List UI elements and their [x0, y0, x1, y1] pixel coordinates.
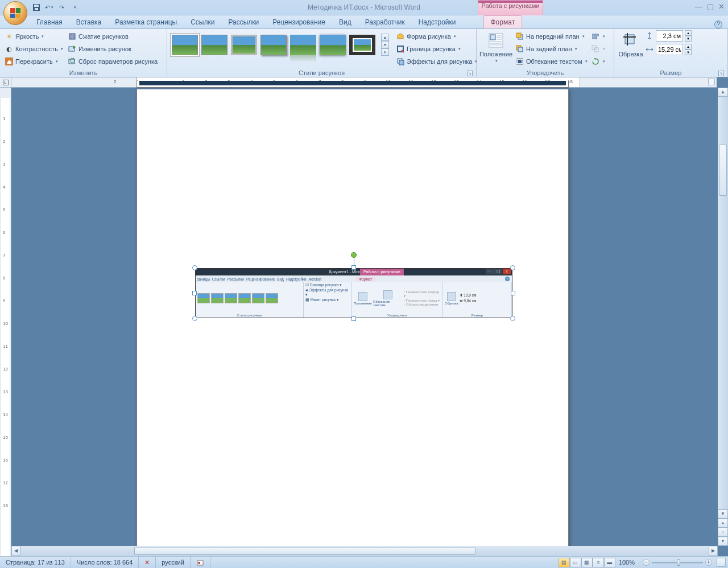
page-number-status[interactable]: Страница: 17 из 113: [0, 557, 71, 568]
scroll-thumb[interactable]: [719, 145, 727, 196]
height-input[interactable]: [656, 30, 683, 42]
macro-status[interactable]: [191, 557, 210, 568]
reset-picture-button[interactable]: Сброс параметров рисунка: [65, 55, 160, 68]
selected-picture[interactable]: Документ1 - Microsoft Word Работа с рису…: [195, 268, 512, 318]
send-to-back-button[interactable]: На задний план▾: [513, 43, 590, 55]
width-input[interactable]: [656, 44, 683, 55]
tab-selector[interactable]: L: [0, 77, 11, 88]
redo-icon[interactable]: ↷: [56, 2, 67, 13]
resize-handle-e[interactable]: [511, 291, 515, 295]
style-thumb[interactable]: [290, 35, 316, 55]
close-icon[interactable]: ✕: [718, 2, 725, 11]
tab-addins[interactable]: Надстройки: [412, 16, 463, 28]
web-layout-view-icon[interactable]: ▦: [581, 558, 593, 567]
align-button[interactable]: ▾: [590, 30, 606, 43]
ruler-toggle[interactable]: [708, 79, 715, 85]
picture-border-button[interactable]: Граница рисунка▾: [394, 43, 479, 55]
dialog-launcher-icon[interactable]: ↘: [467, 71, 473, 76]
recolor-button[interactable]: Перекрасить▾: [2, 55, 65, 68]
rotate-handle[interactable]: [351, 252, 357, 258]
group-styles-label: Стили рисунков ↘: [169, 69, 474, 77]
tab-home[interactable]: Главная: [30, 16, 69, 28]
restore-icon[interactable]: ▢: [707, 2, 714, 11]
browse-object-icon[interactable]: ○: [718, 528, 728, 537]
tab-format[interactable]: Формат: [483, 15, 523, 28]
zoom-track[interactable]: [652, 562, 703, 563]
print-layout-view-icon[interactable]: ▤: [559, 558, 570, 567]
style-thumb[interactable]: [172, 35, 198, 55]
style-thumb[interactable]: [320, 35, 346, 55]
gallery-up-icon[interactable]: ▲: [381, 34, 389, 41]
horizontal-scrollbar[interactable]: ◀ ▶: [11, 546, 718, 556]
scroll-right-icon[interactable]: ▶: [709, 546, 718, 556]
minimize-icon[interactable]: —: [695, 2, 702, 11]
style-thumb[interactable]: [201, 35, 228, 55]
send-back-icon: [515, 44, 524, 53]
vertical-ruler[interactable]: 1 2 3 4 5 6 7 8 9 10 11 12 13 14 15 16 1…: [0, 88, 11, 556]
resize-handle-s[interactable]: [351, 316, 356, 321]
vertical-scrollbar[interactable]: ▲ ▼ ▴ ○ ▾: [718, 88, 728, 546]
style-thumb[interactable]: [231, 35, 257, 55]
picture-border-icon: [396, 44, 405, 53]
resize-handle-ne[interactable]: [510, 265, 515, 270]
rotate-button[interactable]: ▾: [590, 55, 606, 68]
width-spinner[interactable]: ▲▼: [685, 44, 692, 55]
language-status[interactable]: русский: [156, 557, 190, 568]
resize-handle-n[interactable]: [351, 265, 356, 270]
picture-effects-button[interactable]: Эффекты для рисунка▾: [394, 55, 479, 68]
zoom-in-icon[interactable]: +: [705, 559, 712, 566]
picture-shape-icon: [396, 32, 405, 41]
compress-pictures-button[interactable]: Сжатие рисунков: [65, 30, 160, 43]
tab-insert[interactable]: Вставка: [69, 16, 109, 28]
height-spinner[interactable]: ▲▼: [685, 30, 692, 42]
undo-icon[interactable]: ↶▾: [44, 2, 54, 13]
bring-to-front-button[interactable]: На передний план▾: [513, 30, 590, 43]
save-icon[interactable]: [31, 2, 42, 13]
document-area: L 2 1 1 2 3 4 5 6 7 8 9 10 11 12 13 14 1…: [0, 77, 728, 556]
resize-handle-se[interactable]: [510, 316, 515, 321]
office-button[interactable]: [3, 1, 27, 25]
change-picture-button[interactable]: Изменить рисунок: [65, 43, 160, 55]
prev-page-icon[interactable]: ▴: [718, 518, 728, 528]
group-adjust-label: Изменить: [2, 69, 164, 77]
help-icon[interactable]: ?: [714, 20, 722, 28]
contrast-button[interactable]: ◐Контрастность▾: [2, 43, 65, 55]
zoom-knob[interactable]: [677, 559, 680, 566]
scroll-thumb-h[interactable]: [134, 547, 475, 555]
tab-review[interactable]: Рецензирование: [266, 16, 332, 28]
gallery-more-icon[interactable]: ▾: [381, 48, 389, 56]
qat-customize-icon[interactable]: ▾: [70, 2, 80, 13]
outline-view-icon[interactable]: ≡: [593, 558, 604, 567]
svg-rect-2: [35, 8, 38, 10]
style-thumb[interactable]: [349, 35, 375, 55]
proofing-status[interactable]: ✕: [139, 557, 156, 568]
gallery-down-icon[interactable]: ▼: [381, 41, 389, 48]
document-page[interactable]: Документ1 - Microsoft Word Работа с рису…: [136, 89, 569, 556]
scroll-left-icon[interactable]: ◀: [11, 546, 20, 556]
group-button[interactable]: ▾: [590, 43, 606, 55]
crop-button[interactable]: Обрезка: [617, 30, 645, 59]
draft-view-icon[interactable]: ▬: [604, 558, 615, 567]
tab-mailings[interactable]: Рассылки: [221, 16, 266, 28]
text-wrapping-button[interactable]: Обтекание текстом▾: [513, 55, 590, 68]
resize-grip-icon[interactable]: [717, 558, 726, 567]
picture-shape-button[interactable]: Форма рисунка▾: [394, 30, 479, 43]
tab-view[interactable]: Вид: [332, 16, 358, 28]
position-button[interactable]: Положение▾: [479, 30, 513, 65]
resize-handle-nw[interactable]: [192, 265, 197, 270]
scroll-down-icon[interactable]: ▼: [718, 509, 728, 518]
resize-handle-sw[interactable]: [192, 316, 197, 321]
tab-developer[interactable]: Разработчик: [358, 16, 412, 28]
full-screen-view-icon[interactable]: ▭: [570, 558, 581, 567]
style-thumb[interactable]: [260, 35, 287, 55]
tab-references[interactable]: Ссылки: [184, 16, 221, 28]
next-page-icon[interactable]: ▾: [718, 537, 728, 546]
word-count-status[interactable]: Число слов: 18 664: [71, 557, 139, 568]
zoom-level[interactable]: 100%: [615, 559, 638, 566]
scroll-up-icon[interactable]: ▲: [718, 88, 728, 97]
tab-page-layout[interactable]: Разметка страницы: [108, 16, 184, 28]
resize-handle-w[interactable]: [192, 291, 197, 295]
zoom-out-icon[interactable]: −: [643, 559, 650, 566]
brightness-button[interactable]: ☀Яркость▾: [2, 30, 65, 43]
dialog-launcher-icon[interactable]: ↘: [718, 71, 724, 76]
